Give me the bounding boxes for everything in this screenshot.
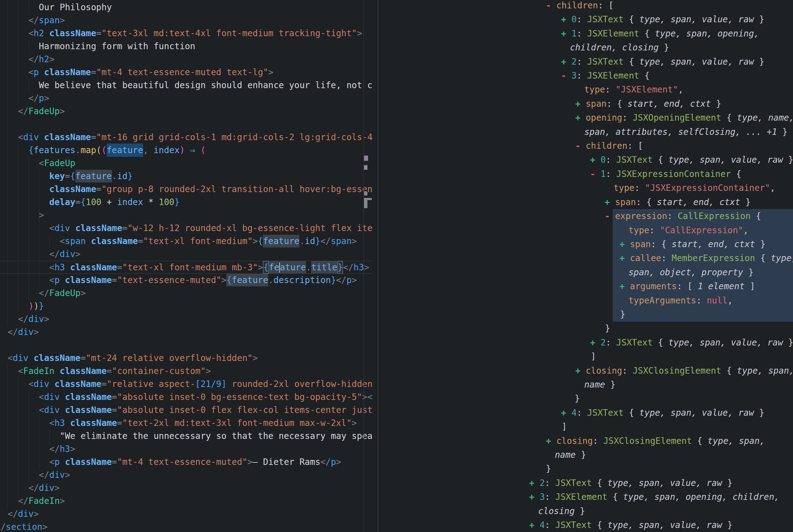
ast-node-row[interactable]: + 3: JSXElement { type, span, opening, c… bbox=[378, 490, 793, 504]
ast-node-row[interactable]: + 2: JSXText { type, span, value, raw } bbox=[378, 476, 793, 490]
expand-icon[interactable]: + bbox=[605, 197, 615, 207]
expand-icon[interactable]: + bbox=[575, 366, 586, 376]
code-line-active[interactable]: <h3 className="text-xl font-medium mb-3"… bbox=[0, 261, 373, 274]
ast-node-row[interactable]: type: "JSXExpressionContainer", bbox=[378, 181, 793, 195]
code-line[interactable] bbox=[0, 118, 373, 131]
code-line[interactable]: <div className="mt-16 grid grid-cols-1 m… bbox=[0, 131, 373, 144]
ast-node-row[interactable]: + 2: JSXText { type, span, value, raw } bbox=[378, 55, 793, 69]
code-line[interactable]: key={feature.id} bbox=[0, 170, 373, 183]
code-line[interactable]: "We eliminate the unnecessary so that th… bbox=[0, 430, 373, 443]
expand-icon[interactable]: + bbox=[529, 492, 540, 502]
ast-node-row[interactable]: name } bbox=[378, 448, 793, 462]
ast-tree-pane[interactable]: - children: [+ 0: JSXText { type, span, … bbox=[378, 0, 793, 532]
expand-icon[interactable]: + bbox=[619, 239, 630, 249]
ast-node-row[interactable]: + opening: JSXOpeningElement { type, nam… bbox=[378, 111, 793, 125]
ast-node-row[interactable]: ] bbox=[378, 349, 793, 363]
ast-node-row[interactable]: - expression: CallExpression { bbox=[378, 209, 793, 223]
ast-node-row[interactable]: span, object, property } bbox=[378, 265, 793, 279]
code-line[interactable]: <h3 className="text-2xl md:text-3xl font… bbox=[0, 417, 373, 430]
ast-node-row[interactable]: } bbox=[378, 307, 793, 321]
ast-node-row[interactable]: - 3: JSXElement { bbox=[378, 69, 793, 82]
code-line[interactable]: <FadeIn className="container-custom"> bbox=[0, 365, 373, 378]
expand-icon[interactable]: + bbox=[619, 253, 630, 263]
code-line[interactable]: <FadeUp bbox=[0, 157, 373, 170]
code-line[interactable]: delay={100 + index * 100} bbox=[0, 196, 373, 209]
code-line[interactable]: <div className="absolute inset-0 flex fl… bbox=[0, 404, 373, 417]
ast-node-row[interactable]: + 2: JSXText { type, span, value, raw } bbox=[378, 336, 793, 349]
code-line[interactable]: <p className="text-essence-muted">{featu… bbox=[0, 274, 373, 287]
expand-icon[interactable]: + bbox=[561, 14, 572, 24]
ast-node-row[interactable]: + 0: JSXText { type, span, value, raw } bbox=[378, 12, 793, 26]
code-line[interactable]: <p className="mt-4 text-essence-muted te… bbox=[0, 66, 373, 79]
ast-node-row[interactable]: closing } bbox=[378, 504, 793, 518]
ast-node-row[interactable]: + span: { start, end, ctxt } bbox=[378, 97, 793, 111]
ast-node-row[interactable]: - children: [ bbox=[378, 0, 793, 12]
ast-node-row[interactable]: ] bbox=[378, 420, 793, 434]
ast-node-row[interactable]: - children: [ bbox=[378, 139, 793, 153]
ast-node-row[interactable]: + 4: JSXText { type, span, value, raw } bbox=[378, 518, 793, 532]
code-line[interactable]: <div className="w-12 h-12 rounded-xl bg-… bbox=[0, 222, 373, 235]
expand-icon[interactable]: + bbox=[561, 57, 572, 67]
code-line[interactable]: </FadeUp> bbox=[0, 105, 373, 118]
ast-node-row[interactable]: + callee: MemberExpression { type, bbox=[378, 251, 793, 265]
ast-node-row[interactable]: name } bbox=[378, 378, 793, 392]
code-line[interactable]: {features.map((feature, index) ⇒ ( bbox=[0, 144, 373, 157]
expand-icon[interactable]: + bbox=[619, 281, 630, 291]
ast-node-row[interactable]: - 1: JSXExpressionContainer { bbox=[378, 167, 793, 181]
expand-icon[interactable]: + bbox=[575, 113, 586, 123]
collapse-icon[interactable]: - bbox=[575, 141, 586, 151]
ast-node-row[interactable]: + span: { start, end, ctxt } bbox=[378, 237, 793, 251]
collapse-icon[interactable]: - bbox=[590, 169, 601, 179]
code-line[interactable]: </div> bbox=[0, 469, 373, 481]
code-editor-pane[interactable]: Our Philosophy</span><h2 className="text… bbox=[0, 0, 373, 532]
code-line[interactable]: </h3> bbox=[0, 443, 373, 456]
code-line[interactable]: <h2 className="text-3xl md:text-4xl font… bbox=[0, 27, 373, 40]
code-line[interactable]: Harmonizing form with function bbox=[0, 40, 373, 53]
code-line[interactable]: Our Philosophy bbox=[0, 1, 373, 14]
code-line[interactable]: </span> bbox=[0, 14, 373, 27]
code-line[interactable]: <div className="mt-24 relative overflow-… bbox=[0, 352, 373, 365]
code-line[interactable]: </div> bbox=[0, 248, 373, 261]
collapse-icon[interactable]: - bbox=[605, 211, 615, 221]
ast-node-row[interactable]: } bbox=[378, 321, 793, 335]
pane-divider[interactable] bbox=[378, 0, 378, 532]
ast-node-row[interactable]: children, closing } bbox=[378, 40, 793, 54]
ast-node-row[interactable]: + closing: JSXClosingElement { type, spa… bbox=[378, 364, 793, 378]
ast-node-row[interactable]: + 0: JSXText { type, span, value, raw } bbox=[378, 153, 793, 167]
expand-icon[interactable]: + bbox=[590, 155, 601, 165]
code-line[interactable]: We believe that beautiful design should … bbox=[0, 79, 373, 92]
ast-node-row[interactable]: type: "CallExpression", bbox=[378, 223, 793, 237]
code-line[interactable]: <div className="absolute inset-0 bg-esse… bbox=[0, 391, 373, 404]
code-line[interactable]: </div> bbox=[0, 481, 373, 495]
expand-icon[interactable]: + bbox=[529, 520, 540, 530]
code-line[interactable]: </FadeIn> bbox=[0, 495, 373, 508]
code-line[interactable]: /section> bbox=[0, 520, 373, 532]
ast-node-row[interactable]: span, attributes, selfClosing, ... +1 } bbox=[378, 125, 793, 139]
code-line[interactable]: </div> bbox=[0, 313, 373, 326]
ast-node-row[interactable]: + arguments: [ 1 element ] bbox=[378, 279, 793, 293]
ast-node-row[interactable]: + closing: JSXClosingElement { type, spa… bbox=[378, 434, 793, 448]
expand-icon[interactable]: + bbox=[561, 28, 572, 39]
ast-node-row[interactable]: + 1: JSXElement { type, span, opening, bbox=[378, 26, 793, 40]
expand-icon[interactable]: + bbox=[546, 436, 556, 446]
code-line[interactable]: </p> bbox=[0, 92, 373, 105]
ast-node-row[interactable]: typeArguments: null, bbox=[378, 293, 793, 307]
code-line[interactable]: > bbox=[0, 209, 373, 222]
code-line[interactable]: </div> bbox=[0, 326, 373, 339]
ast-node-row[interactable]: + 4: JSXText { type, span, value, raw } bbox=[378, 406, 793, 420]
ast-node-row[interactable]: type: "JSXElement", bbox=[378, 82, 793, 96]
ast-node-row[interactable]: } bbox=[378, 462, 793, 476]
code-line[interactable]: </div> bbox=[0, 508, 373, 520]
expand-icon[interactable]: + bbox=[561, 408, 572, 418]
expand-icon[interactable]: + bbox=[590, 338, 601, 348]
expand-icon[interactable]: + bbox=[575, 99, 586, 109]
collapse-icon[interactable]: - bbox=[546, 0, 556, 11]
code-line[interactable]: className="group p-8 rounded-2xl transit… bbox=[0, 183, 373, 196]
code-line[interactable]: <p className="mt-4 text-essence-muted">—… bbox=[0, 456, 373, 469]
code-line[interactable]: <span className="text-xl font-medium">{f… bbox=[0, 235, 373, 248]
ast-node-row[interactable]: } bbox=[378, 392, 793, 405]
code-line[interactable]: ))} bbox=[0, 300, 373, 313]
code-line[interactable] bbox=[0, 339, 373, 352]
collapse-icon[interactable]: - bbox=[561, 71, 572, 81]
expand-icon[interactable]: + bbox=[529, 478, 540, 488]
